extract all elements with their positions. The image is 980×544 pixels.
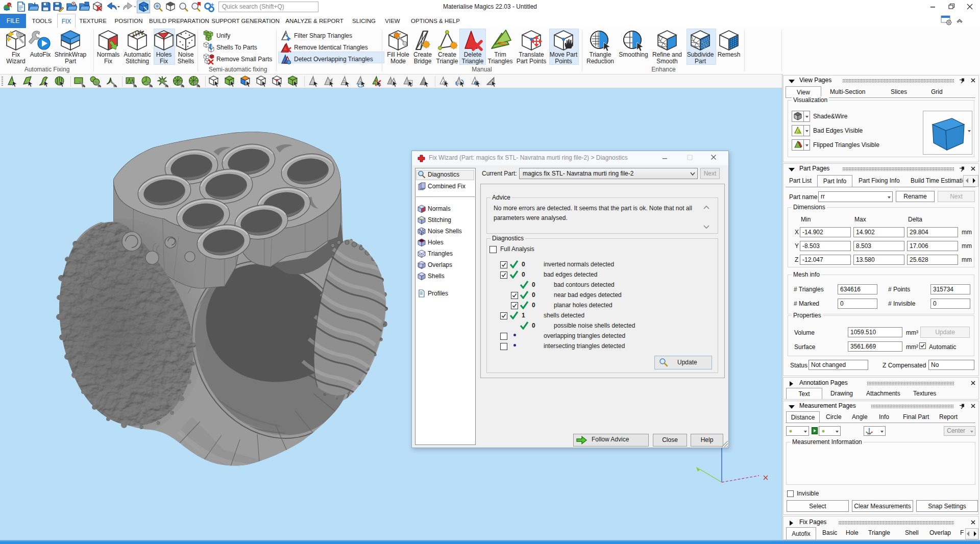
svg-text:xyz: xyz [867,432,871,435]
